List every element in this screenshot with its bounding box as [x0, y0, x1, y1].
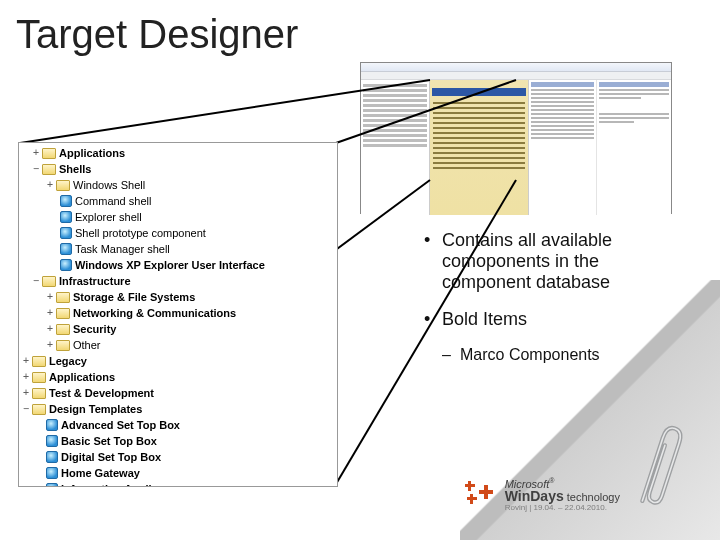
- folder-icon: [56, 180, 70, 191]
- tree-item-command-shell[interactable]: Command shell: [21, 193, 337, 209]
- tree-label: Security: [73, 321, 116, 337]
- tree-label: Home Gateway: [61, 465, 140, 481]
- component-icon: [60, 243, 72, 255]
- tree-label: Digital Set Top Box: [61, 449, 161, 465]
- tree-label: Applications: [59, 145, 125, 161]
- tree-item-shells[interactable]: −Shells: [21, 161, 337, 177]
- tree-item-info-appliance[interactable]: Information Appliance: [21, 481, 337, 487]
- component-icon: [60, 211, 72, 223]
- tree-label: Shell prototype component: [75, 225, 206, 241]
- tree-item-task-manager-shell[interactable]: Task Manager shell: [21, 241, 337, 257]
- folder-icon: [42, 148, 56, 159]
- tree-label: Basic Set Top Box: [61, 433, 157, 449]
- tree-label: Windows XP Explorer User Interface: [75, 257, 265, 273]
- component-icon: [46, 467, 58, 479]
- tree-label: Other: [73, 337, 101, 353]
- component-tree: +Applications −Shells +Windows Shell Com…: [19, 143, 337, 487]
- logo-mark-icon: [461, 479, 497, 509]
- tree-label: Legacy: [49, 353, 87, 369]
- tree-label: Storage & File Systems: [73, 289, 195, 305]
- tree-item-basic-stb[interactable]: Basic Set Top Box: [21, 433, 337, 449]
- folder-icon: [32, 388, 46, 399]
- folder-icon: [42, 164, 56, 175]
- logo-dates: Rovinj | 19.04. – 22.04.2010.: [505, 503, 620, 512]
- tree-item-applications[interactable]: +Applications: [21, 145, 337, 161]
- tree-item-networking[interactable]: +Networking & Communications: [21, 305, 337, 321]
- component-icon: [46, 435, 58, 447]
- folder-icon: [32, 356, 46, 367]
- component-icon: [60, 195, 72, 207]
- tree-label: Test & Development: [49, 385, 154, 401]
- component-icon: [46, 451, 58, 463]
- component-icon: [46, 483, 58, 487]
- component-icon: [46, 419, 58, 431]
- tree-label: Task Manager shell: [75, 241, 170, 257]
- tree-label: Design Templates: [49, 401, 142, 417]
- event-logo: Microsoft®WinDays technology Rovinj | 19…: [461, 475, 620, 512]
- tree-item-legacy[interactable]: +Legacy: [21, 353, 337, 369]
- tree-item-windows-shell[interactable]: +Windows Shell: [21, 177, 337, 193]
- tree-item-storage-fs[interactable]: +Storage & File Systems: [21, 289, 337, 305]
- tree-item-home-gateway[interactable]: Home Gateway: [21, 465, 337, 481]
- slide-title: Target Designer: [0, 0, 720, 57]
- folder-icon: [56, 292, 70, 303]
- tree-label: Command shell: [75, 193, 151, 209]
- tree-label: Infrastructure: [59, 273, 131, 289]
- folder-icon: [32, 372, 46, 383]
- tree-item-digital-stb[interactable]: Digital Set Top Box: [21, 449, 337, 465]
- logo-text: Microsoft®WinDays technology: [505, 475, 620, 503]
- tree-label: Advanced Set Top Box: [61, 417, 180, 433]
- tree-label: Applications: [49, 369, 115, 385]
- bullet-2: Bold Items: [420, 309, 690, 330]
- folder-icon: [32, 404, 46, 415]
- bullet-1: Contains all available comoponents in th…: [420, 230, 690, 293]
- tree-item-applications2[interactable]: +Applications: [21, 369, 337, 385]
- tree-item-adv-stb[interactable]: Advanced Set Top Box: [21, 417, 337, 433]
- tree-label: Information Appliance: [61, 481, 177, 487]
- bullet-list: Contains all available comoponents in th…: [420, 230, 690, 364]
- slide: Target Designer +Applications −Shells +W…: [0, 0, 720, 540]
- tree-label: Windows Shell: [73, 177, 145, 193]
- tree-item-shell-prototype[interactable]: Shell prototype component: [21, 225, 337, 241]
- folder-icon: [56, 324, 70, 335]
- tree-item-test-dev[interactable]: +Test & Development: [21, 385, 337, 401]
- tree-item-other[interactable]: +Other: [21, 337, 337, 353]
- tree-label: Shells: [59, 161, 91, 177]
- tree-item-xp-explorer-ui[interactable]: Windows XP Explorer User Interface: [21, 257, 337, 273]
- component-icon: [60, 259, 72, 271]
- tree-item-design-templates[interactable]: −Design Templates: [21, 401, 337, 417]
- tree-item-infrastructure[interactable]: −Infrastructure: [21, 273, 337, 289]
- app-screenshot-thumbnail: [360, 62, 672, 214]
- component-tree-panel: +Applications −Shells +Windows Shell Com…: [18, 142, 338, 487]
- component-icon: [60, 227, 72, 239]
- folder-icon: [56, 308, 70, 319]
- folder-icon: [42, 276, 56, 287]
- tree-item-explorer-shell[interactable]: Explorer shell: [21, 209, 337, 225]
- folder-icon: [56, 340, 70, 351]
- tree-label: Networking & Communications: [73, 305, 236, 321]
- bullet-2a: Marco Components: [420, 346, 690, 364]
- tree-item-security[interactable]: +Security: [21, 321, 337, 337]
- tree-label: Explorer shell: [75, 209, 142, 225]
